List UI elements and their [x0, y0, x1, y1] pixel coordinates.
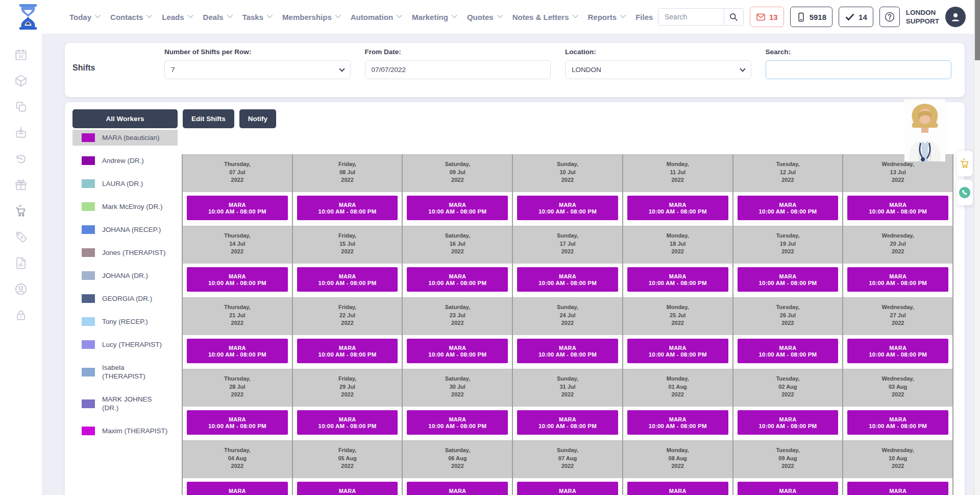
worker-item[interactable]: Mark McElroy (DR.)	[72, 199, 178, 215]
page-scrollbar[interactable]	[974, 0, 980, 495]
edit-shifts-button[interactable]: Edit Shifts	[183, 109, 234, 128]
day-header[interactable]: Tuesday,02 Aug2022	[733, 369, 843, 407]
day-header[interactable]: Friday,08 Jul2022	[293, 154, 402, 192]
day-header[interactable]: Sunday,24 Jul2022	[513, 297, 622, 335]
shift-block[interactable]: MARA10:00 AM - 08:00 PM	[738, 196, 839, 220]
shift-block[interactable]: MARA10:00 AM - 08:00 PM	[517, 339, 618, 363]
worker-item[interactable]: Tony (RECEP.)	[72, 314, 178, 329]
day-header[interactable]: Sunday,10 Jul2022	[513, 154, 622, 192]
worker-item[interactable]: GEORGIA (DR.)	[72, 291, 178, 307]
day-header[interactable]: Thursday,14 Jul2022	[183, 226, 292, 264]
tasks-badge[interactable]: 14	[839, 7, 873, 27]
calendar-icon[interactable]: 12	[14, 48, 28, 61]
nav-item-reports[interactable]: Reports	[588, 13, 625, 21]
day-header[interactable]: Monday,01 Aug2022	[623, 369, 732, 407]
from-date-input[interactable]	[372, 66, 545, 74]
shift-block[interactable]: MARA10:00 AM - 08:00 PM	[187, 267, 288, 292]
shift-block[interactable]: MARA10:00 AM - 08:00 PM	[517, 267, 618, 292]
worker-item[interactable]: Lucy (THERAPIST)	[72, 337, 178, 352]
nav-item-leads[interactable]: Leads	[162, 13, 191, 21]
shift-block[interactable]: MARA10:00 AM - 08:00 PM	[297, 196, 398, 220]
history-icon[interactable]	[14, 152, 28, 166]
shift-block[interactable]: MARA10:00 AM - 08:00 PM	[627, 267, 728, 292]
shift-block[interactable]: MARA10:00 AM - 08:00 PM	[738, 339, 839, 363]
day-header[interactable]: Friday,15 Jul2022	[293, 226, 402, 264]
shift-block[interactable]: MARA10:00 AM - 08:00 PM	[738, 267, 839, 292]
shift-block[interactable]: MARA10:00 AM - 08:00 PM	[627, 410, 728, 435]
worker-item[interactable]: JOHANA (RECEP.)	[72, 222, 178, 238]
shift-block[interactable]: MARA10:00 AM - 08:00 PM	[407, 196, 508, 220]
shift-block[interactable]: MARA10:00 AM - 08:00 PM	[187, 196, 288, 220]
day-header[interactable]: Monday,25 Jul2022	[623, 297, 732, 335]
shift-block[interactable]: MARA10:00 AM - 08:00 PM	[847, 196, 948, 220]
shift-block[interactable]: MARA10:00 AM - 08:00 PM	[407, 410, 508, 435]
floating-phone-button[interactable]	[957, 180, 973, 205]
day-header[interactable]: Monday,08 Aug2022	[623, 440, 732, 478]
gift-icon[interactable]	[14, 178, 28, 192]
day-header[interactable]: Thursday,04 Aug2022	[183, 440, 292, 478]
worker-item[interactable]: Jones (THERAPIST)	[72, 245, 178, 261]
worker-item[interactable]: Andrew (DR.)	[72, 153, 178, 169]
day-header[interactable]: Sunday,07 Aug2022	[513, 440, 622, 478]
worker-item[interactable]: MARK JOHNES (DR.)	[72, 391, 178, 416]
package-icon[interactable]	[14, 74, 28, 87]
day-header[interactable]: Wednesday,03 Aug2022	[843, 369, 952, 407]
nav-item-deals[interactable]: Deals	[203, 13, 231, 21]
basket-icon[interactable]	[14, 126, 28, 139]
cart-icon[interactable]	[14, 204, 28, 218]
day-header[interactable]: Tuesday,12 Jul2022	[733, 154, 843, 192]
filter-search-input[interactable]	[772, 66, 945, 74]
nav-item-notes-letters[interactable]: Notes & Letters	[512, 13, 577, 21]
user-avatar[interactable]	[945, 7, 966, 27]
phone-badge[interactable]: 5918	[790, 7, 832, 27]
nav-item-tasks[interactable]: Tasks	[242, 13, 271, 21]
day-header[interactable]: Saturday,30 Jul2022	[403, 369, 512, 407]
shift-block[interactable]: MARA10:00 AM - 08:00 PM	[407, 482, 508, 495]
messages-badge[interactable]: 13	[750, 7, 784, 27]
shift-block[interactable]: MARA10:00 AM - 08:00 PM	[627, 196, 728, 220]
day-header[interactable]: Friday,05 Aug2022	[293, 440, 402, 478]
day-header[interactable]: Thursday,07 Jul2022	[183, 154, 292, 192]
shift-block[interactable]: MARA10:00 AM - 08:00 PM	[847, 267, 948, 292]
day-header[interactable]: Friday,29 Jul2022	[293, 369, 402, 407]
nav-item-marketing[interactable]: Marketing	[412, 13, 456, 21]
floating-cart-button[interactable]	[957, 151, 973, 176]
account-icon[interactable]	[14, 282, 28, 296]
scrollbar-thumb[interactable]	[975, 0, 980, 60]
app-logo-hourglass-icon[interactable]	[16, 4, 40, 30]
day-header[interactable]: Tuesday,26 Jul2022	[733, 297, 843, 335]
worker-item[interactable]: Maxim (THERAPIST)	[72, 423, 178, 439]
shift-block[interactable]: MARA10:00 AM - 08:00 PM	[407, 267, 508, 292]
day-header[interactable]: Monday,18 Jul2022	[623, 226, 732, 264]
worker-item[interactable]: Isabela (THERAPIST)	[72, 360, 178, 384]
worker-item[interactable]: JOHANA (DR.)	[72, 268, 178, 284]
shift-block[interactable]: MARA10:00 AM - 08:00 PM	[407, 339, 508, 363]
nav-item-contacts[interactable]: Contacts	[110, 13, 151, 21]
day-header[interactable]: Saturday,16 Jul2022	[403, 226, 512, 264]
nav-item-memberships[interactable]: Memberships	[282, 13, 339, 21]
day-header[interactable]: Sunday,17 Jul2022	[513, 226, 622, 264]
nav-item-files[interactable]: Files	[635, 13, 653, 21]
shift-block[interactable]: MARA10:00 AM - 08:00 PM	[738, 482, 839, 495]
day-header[interactable]: Wednesday,10 Aug2022	[843, 440, 952, 478]
shift-block[interactable]: MARA10:00 AM - 08:00 PM	[517, 196, 618, 220]
notify-button[interactable]: Notify	[239, 109, 276, 128]
nav-item-automation[interactable]: Automation	[351, 13, 401, 21]
nav-item-today[interactable]: Today	[69, 13, 99, 21]
day-header[interactable]: Monday,11 Jul2022	[623, 154, 732, 192]
day-header[interactable]: Sunday,31 Jul2022	[513, 369, 622, 407]
shift-block[interactable]: MARA10:00 AM - 08:00 PM	[297, 267, 398, 292]
copy-icon[interactable]	[14, 100, 28, 113]
day-header[interactable]: Saturday,06 Aug2022	[403, 440, 512, 478]
day-header[interactable]: Thursday,21 Jul2022	[183, 297, 292, 335]
header-search-input[interactable]	[658, 9, 724, 25]
day-header[interactable]: Wednesday,20 Jul2022	[843, 226, 952, 264]
shifts-per-row-select[interactable]: 7	[164, 60, 351, 79]
day-header[interactable]: Friday,22 Jul2022	[293, 297, 402, 335]
shift-block[interactable]: MARA10:00 AM - 08:00 PM	[517, 482, 618, 495]
day-header[interactable]: Wednesday,27 Jul2022	[843, 297, 952, 335]
shift-block[interactable]: MARA10:00 AM - 08:00 PM	[627, 482, 728, 495]
shift-block[interactable]: MARA10:00 AM - 08:00 PM	[517, 410, 618, 435]
shift-block[interactable]: MARA10:00 AM - 08:00 PM	[627, 339, 728, 363]
shift-block[interactable]: MARA10:00 AM - 08:00 PM	[297, 410, 398, 435]
